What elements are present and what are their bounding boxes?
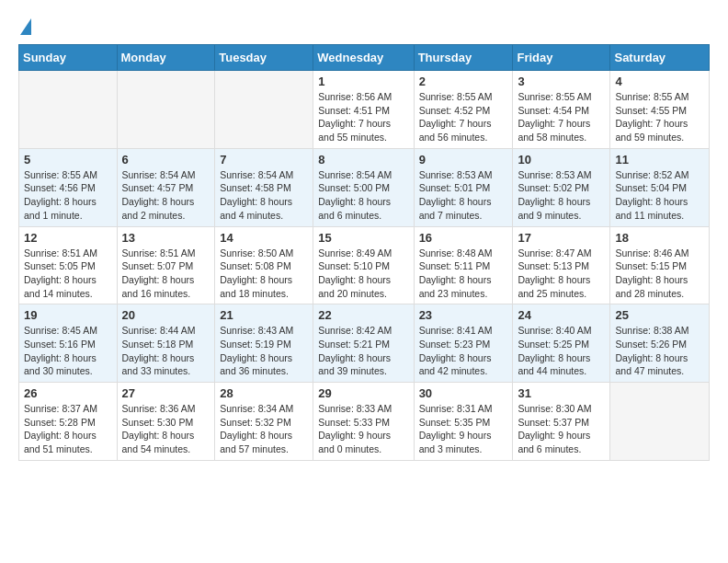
day-number: 3 <box>518 75 605 88</box>
calendar-cell: 15Sunrise: 8:49 AMSunset: 5:10 PMDayligh… <box>313 226 414 304</box>
calendar-week-5: 26Sunrise: 8:37 AMSunset: 5:28 PMDayligh… <box>19 383 710 461</box>
day-info: Sunrise: 8:37 AMSunset: 5:28 PMDaylight:… <box>24 402 112 456</box>
day-info: Sunrise: 8:41 AMSunset: 5:23 PMDaylight:… <box>419 324 508 378</box>
day-number: 2 <box>419 75 508 88</box>
calendar-cell: 11Sunrise: 8:52 AMSunset: 5:04 PMDayligh… <box>610 148 710 226</box>
logo <box>18 18 31 35</box>
day-number: 14 <box>220 231 308 245</box>
day-info: Sunrise: 8:48 AMSunset: 5:11 PMDaylight:… <box>419 247 508 301</box>
day-info: Sunrise: 8:40 AMSunset: 5:25 PMDaylight:… <box>518 324 605 378</box>
day-info: Sunrise: 8:56 AMSunset: 4:51 PMDaylight:… <box>318 90 408 144</box>
calendar-cell: 18Sunrise: 8:46 AMSunset: 5:15 PMDayligh… <box>610 226 710 304</box>
day-header-tuesday: Tuesday <box>215 45 313 71</box>
calendar-cell: 31Sunrise: 8:30 AMSunset: 5:37 PMDayligh… <box>513 383 610 461</box>
day-info: Sunrise: 8:54 AMSunset: 4:57 PMDaylight:… <box>122 168 210 223</box>
calendar-cell: 30Sunrise: 8:31 AMSunset: 5:35 PMDayligh… <box>414 383 513 461</box>
day-number: 27 <box>122 386 210 400</box>
day-info: Sunrise: 8:31 AMSunset: 5:35 PMDaylight:… <box>419 402 508 456</box>
logo-icon <box>20 18 31 35</box>
day-info: Sunrise: 8:52 AMSunset: 5:04 PMDaylight:… <box>615 168 704 223</box>
calendar-week-3: 12Sunrise: 8:51 AMSunset: 5:05 PMDayligh… <box>19 226 710 304</box>
calendar-table: SundayMondayTuesdayWednesdayThursdayFrid… <box>18 44 710 461</box>
calendar-cell: 27Sunrise: 8:36 AMSunset: 5:30 PMDayligh… <box>117 383 215 461</box>
calendar-cell: 8Sunrise: 8:54 AMSunset: 5:00 PMDaylight… <box>313 148 414 226</box>
day-number: 8 <box>318 153 408 167</box>
calendar-cell: 6Sunrise: 8:54 AMSunset: 4:57 PMDaylight… <box>117 148 215 226</box>
calendar-cell <box>215 71 313 149</box>
day-info: Sunrise: 8:53 AMSunset: 5:01 PMDaylight:… <box>419 168 508 223</box>
calendar-cell: 17Sunrise: 8:47 AMSunset: 5:13 PMDayligh… <box>513 226 610 304</box>
day-number: 19 <box>24 308 112 322</box>
day-number: 13 <box>122 231 210 245</box>
calendar-header-row: SundayMondayTuesdayWednesdayThursdayFrid… <box>19 45 710 71</box>
day-number: 30 <box>419 386 508 400</box>
day-info: Sunrise: 8:51 AMSunset: 5:05 PMDaylight:… <box>24 247 112 301</box>
day-info: Sunrise: 8:50 AMSunset: 5:08 PMDaylight:… <box>220 247 308 301</box>
day-number: 4 <box>615 75 704 88</box>
day-info: Sunrise: 8:47 AMSunset: 5:13 PMDaylight:… <box>518 247 605 301</box>
day-number: 15 <box>318 231 408 245</box>
day-number: 11 <box>615 153 704 167</box>
day-number: 29 <box>318 386 408 400</box>
calendar-cell: 13Sunrise: 8:51 AMSunset: 5:07 PMDayligh… <box>117 226 215 304</box>
calendar-cell: 9Sunrise: 8:53 AMSunset: 5:01 PMDaylight… <box>414 148 513 226</box>
calendar-week-1: 1Sunrise: 8:56 AMSunset: 4:51 PMDaylight… <box>19 71 710 149</box>
day-number: 10 <box>518 153 605 167</box>
day-info: Sunrise: 8:36 AMSunset: 5:30 PMDaylight:… <box>122 402 210 456</box>
day-info: Sunrise: 8:51 AMSunset: 5:07 PMDaylight:… <box>122 247 210 301</box>
day-number: 23 <box>419 308 508 322</box>
day-info: Sunrise: 8:53 AMSunset: 5:02 PMDaylight:… <box>518 168 605 223</box>
day-number: 25 <box>615 308 704 322</box>
day-info: Sunrise: 8:30 AMSunset: 5:37 PMDaylight:… <box>518 402 605 456</box>
calendar-cell <box>19 71 118 149</box>
day-info: Sunrise: 8:55 AMSunset: 4:54 PMDaylight:… <box>518 90 605 144</box>
calendar-cell: 2Sunrise: 8:55 AMSunset: 4:52 PMDaylight… <box>414 71 513 149</box>
calendar-cell: 5Sunrise: 8:55 AMSunset: 4:56 PMDaylight… <box>19 148 118 226</box>
calendar-cell: 24Sunrise: 8:40 AMSunset: 5:25 PMDayligh… <box>513 304 610 383</box>
calendar-cell: 20Sunrise: 8:44 AMSunset: 5:18 PMDayligh… <box>117 304 215 383</box>
day-number: 6 <box>122 153 210 167</box>
calendar-week-2: 5Sunrise: 8:55 AMSunset: 4:56 PMDaylight… <box>19 148 710 226</box>
day-header-saturday: Saturday <box>610 45 710 71</box>
day-info: Sunrise: 8:38 AMSunset: 5:26 PMDaylight:… <box>615 324 704 378</box>
day-number: 26 <box>24 386 112 400</box>
day-header-friday: Friday <box>513 45 610 71</box>
page-header <box>18 18 710 35</box>
day-number: 28 <box>220 386 308 400</box>
day-header-thursday: Thursday <box>414 45 513 71</box>
day-number: 24 <box>518 308 605 322</box>
day-number: 18 <box>615 231 704 245</box>
day-number: 12 <box>24 231 112 245</box>
day-info: Sunrise: 8:49 AMSunset: 5:10 PMDaylight:… <box>318 247 408 301</box>
calendar-cell: 3Sunrise: 8:55 AMSunset: 4:54 PMDaylight… <box>513 71 610 149</box>
day-info: Sunrise: 8:54 AMSunset: 5:00 PMDaylight:… <box>318 168 408 223</box>
calendar-week-4: 19Sunrise: 8:45 AMSunset: 5:16 PMDayligh… <box>19 304 710 383</box>
calendar-cell: 10Sunrise: 8:53 AMSunset: 5:02 PMDayligh… <box>513 148 610 226</box>
calendar-cell: 26Sunrise: 8:37 AMSunset: 5:28 PMDayligh… <box>19 383 118 461</box>
calendar-cell: 1Sunrise: 8:56 AMSunset: 4:51 PMDaylight… <box>313 71 414 149</box>
calendar-cell: 25Sunrise: 8:38 AMSunset: 5:26 PMDayligh… <box>610 304 710 383</box>
calendar-cell <box>610 383 710 461</box>
calendar-cell: 4Sunrise: 8:55 AMSunset: 4:55 PMDaylight… <box>610 71 710 149</box>
day-number: 21 <box>220 308 308 322</box>
day-info: Sunrise: 8:34 AMSunset: 5:32 PMDaylight:… <box>220 402 308 456</box>
day-info: Sunrise: 8:46 AMSunset: 5:15 PMDaylight:… <box>615 247 704 301</box>
day-info: Sunrise: 8:45 AMSunset: 5:16 PMDaylight:… <box>24 324 112 378</box>
calendar-cell: 14Sunrise: 8:50 AMSunset: 5:08 PMDayligh… <box>215 226 313 304</box>
day-header-sunday: Sunday <box>19 45 118 71</box>
day-number: 7 <box>220 153 308 167</box>
calendar-cell: 29Sunrise: 8:33 AMSunset: 5:33 PMDayligh… <box>313 383 414 461</box>
calendar-cell: 22Sunrise: 8:42 AMSunset: 5:21 PMDayligh… <box>313 304 414 383</box>
day-info: Sunrise: 8:55 AMSunset: 4:55 PMDaylight:… <box>615 90 704 144</box>
day-number: 5 <box>24 153 112 167</box>
calendar-cell: 19Sunrise: 8:45 AMSunset: 5:16 PMDayligh… <box>19 304 118 383</box>
day-header-monday: Monday <box>117 45 215 71</box>
calendar-cell: 23Sunrise: 8:41 AMSunset: 5:23 PMDayligh… <box>414 304 513 383</box>
calendar-cell: 12Sunrise: 8:51 AMSunset: 5:05 PMDayligh… <box>19 226 118 304</box>
day-number: 1 <box>318 75 408 88</box>
day-number: 20 <box>122 308 210 322</box>
day-number: 31 <box>518 386 605 400</box>
day-info: Sunrise: 8:55 AMSunset: 4:56 PMDaylight:… <box>24 168 112 223</box>
day-header-wednesday: Wednesday <box>313 45 414 71</box>
day-info: Sunrise: 8:33 AMSunset: 5:33 PMDaylight:… <box>318 402 408 456</box>
